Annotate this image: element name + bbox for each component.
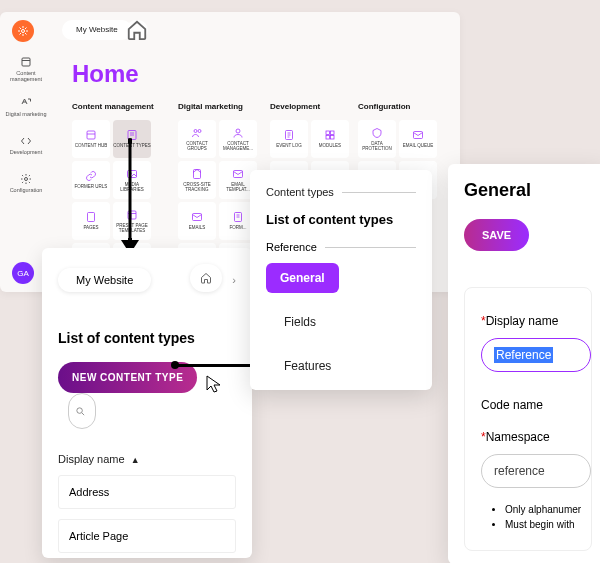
chevron-right-icon: › [232,274,236,286]
svg-rect-30 [193,214,202,221]
card-heading: List of content types [266,212,416,227]
svg-line-6 [25,33,27,35]
list-heading: List of content types [58,330,236,346]
column-header-display-name[interactable]: Display name ▲ [58,453,236,465]
category-header-conf: Configuration [358,102,446,111]
tab-features[interactable]: Features [270,351,416,381]
avatar[interactable]: GA [12,262,34,284]
svg-point-52 [77,407,83,413]
tile-former-urls[interactable]: FORMER URLS [72,161,110,199]
tile-media-libraries[interactable]: MEDIA LIBRARIES [113,161,151,199]
svg-point-0 [22,30,25,33]
svg-line-5 [20,28,22,30]
divider [342,192,416,193]
home-button[interactable] [126,20,148,40]
sort-asc-icon: ▲ [131,455,140,465]
svg-rect-12 [87,131,95,139]
label-code-name: Code name [481,398,591,412]
category-header-dev: Development [270,102,358,111]
svg-line-7 [20,33,22,35]
tile-preset-templates[interactable]: PRESET PAGE TEMPLATES [113,202,151,240]
tile-cross-site-tracking[interactable]: CROSS-SITE TRACKING [178,161,216,199]
tab-general[interactable]: General [266,263,339,293]
tile-modules[interactable]: MODULES [311,120,349,158]
svg-rect-29 [234,170,243,177]
list-panel: My Website › List of content types NEW C… [42,248,252,558]
sidebar-item-content-management[interactable]: Content management [0,50,52,88]
display-name-input[interactable]: Reference [481,338,591,372]
sidebar-item-configuration[interactable]: Configuration [0,164,52,202]
breadcrumb-reference[interactable]: Reference [266,241,317,253]
label-namespace: *Namespace [481,430,591,444]
tile-data-protection[interactable]: DATA PROTECTION [358,120,396,158]
divider [325,247,416,248]
svg-point-11 [25,177,28,180]
svg-rect-9 [22,58,30,66]
field-hints: Only alphanumer Must begin with [505,504,591,530]
svg-point-27 [236,129,240,133]
svg-point-26 [198,129,201,132]
tile-content-hub[interactable]: CONTENT HUB [72,120,110,158]
svg-rect-19 [88,213,95,222]
workspace-pill-2[interactable]: My Website [58,268,151,292]
tile-content-types[interactable]: CONTENT TYPES [113,120,151,158]
breadcrumb-home[interactable] [190,264,222,292]
table-row[interactable]: Article Page [58,519,236,553]
sidebar-item-digital-marketing[interactable]: Digital marketing [0,88,52,126]
svg-rect-39 [326,131,330,135]
breadcrumb-content-types[interactable]: Content types [266,186,334,198]
cursor-icon [206,375,222,393]
tile-emails[interactable]: EMAILS [178,202,216,240]
svg-rect-28 [194,169,201,178]
save-button[interactable]: SAVE [464,219,529,251]
svg-rect-42 [331,136,335,140]
tile-email-queue[interactable]: EMAIL QUEUE [399,120,437,158]
workspace-pill[interactable]: My Website [62,20,132,40]
arrow-step-1 [128,138,132,250]
reference-card: Content types List of content types Refe… [250,170,432,390]
tile-event-log[interactable]: EVENT LOG [270,120,308,158]
svg-point-54 [171,361,179,369]
table-row[interactable]: Address [58,475,236,509]
category-header-dm: Digital marketing [178,102,266,111]
sidebar: Content management Digital marketing Dev… [0,50,52,202]
tile-pages[interactable]: PAGES [72,202,110,240]
search-button[interactable] [68,393,96,429]
svg-line-8 [25,28,27,30]
arrow-step-2-line [174,364,254,367]
svg-line-53 [82,412,84,414]
svg-rect-45 [414,132,423,139]
brand-logo [12,20,34,42]
svg-rect-40 [331,131,335,135]
general-form-panel: General SAVE *Display name Reference Cod… [448,164,600,563]
category-header-cm: Content management [72,102,160,111]
arrow-step-2-origin [170,360,180,370]
tile-contact-management[interactable]: CONTACT MANAGEME... [219,120,257,158]
tab-fields[interactable]: Fields [270,307,416,337]
form-heading: General [464,180,592,201]
svg-point-25 [194,129,197,132]
svg-rect-41 [326,136,330,140]
page-title: Home [72,60,139,88]
sidebar-item-development[interactable]: Development [0,126,52,164]
tile-contact-groups[interactable]: CONTACT GROUPS [178,120,216,158]
label-display-name: *Display name [481,314,591,328]
namespace-input[interactable]: reference [481,454,591,488]
